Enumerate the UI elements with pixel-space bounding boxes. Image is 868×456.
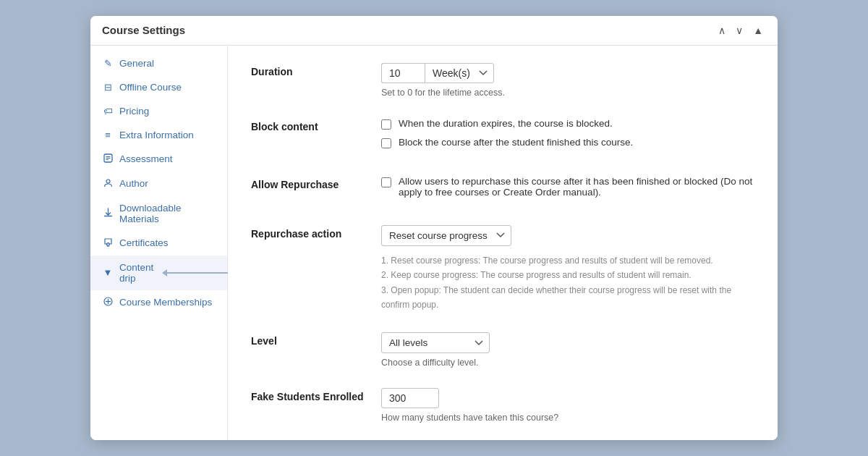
content-drip-arrow (162, 269, 232, 276)
block-content-label: Block content (251, 118, 381, 132)
block-content-option2-row: Block the course after the student finis… (381, 137, 754, 148)
duration-row: Duration Week(s) Day(s) Month(s) Set to … (251, 63, 754, 98)
sidebar-item-content-drip[interactable]: ▼ Content drip (90, 256, 227, 290)
level-label: Level (251, 332, 381, 347)
pricing-icon: 🏷 (102, 106, 114, 117)
duration-input-row: Week(s) Day(s) Month(s) (381, 63, 754, 83)
level-hint: Choose a difficulty level. (381, 358, 754, 368)
block-content-option1-label: When the duration expires, the course is… (399, 118, 613, 129)
sidebar-item-general[interactable]: ✎ General (90, 51, 227, 75)
downloadable-materials-icon (102, 208, 114, 219)
content-drip-icon: ▼ (102, 267, 114, 278)
course-settings-window: Course Settings ∧ ∨ ▲ ✎ General ⊟ Offlin… (90, 16, 778, 441)
repurchase-select-wrap: Reset course progress Keep course progre… (381, 225, 754, 246)
allow-repurchase-content: Allow users to repurchase this course af… (381, 176, 754, 205)
fake-students-content: How many students have taken this course… (381, 388, 754, 423)
sidebar-item-pricing[interactable]: 🏷 Pricing (90, 99, 227, 123)
certificates-icon (102, 237, 114, 249)
sidebar-label-content-drip: Content drip (119, 262, 153, 284)
repurchase-action-select[interactable]: Reset course progress Keep course progre… (381, 225, 511, 246)
sidebar-label-pricing: Pricing (119, 106, 149, 117)
sidebar-label-offline-course: Offline Course (119, 82, 182, 93)
sidebar: ✎ General ⊟ Offline Course 🏷 Pricing ≡ E… (90, 46, 228, 441)
sidebar-item-certificates[interactable]: Certificates (90, 231, 227, 256)
sidebar-item-course-memberships[interactable]: Course Memberships (90, 290, 227, 315)
duration-input[interactable] (381, 63, 425, 83)
sidebar-label-extra-information: Extra Information (119, 130, 194, 140)
allow-repurchase-option1-label: Allow users to repurchase this course af… (399, 176, 754, 198)
repurchase-action-row: Repurchase action Reset course progress … (251, 225, 754, 313)
duration-hint: Set to 0 for the lifetime access. (381, 88, 754, 98)
sidebar-item-offline-course[interactable]: ⊟ Offline Course (90, 75, 227, 99)
level-select[interactable]: All levels Beginner Intermediate Advance… (381, 332, 490, 353)
arrow-bar (167, 272, 232, 274)
window-controls: ∧ ∨ ▲ (715, 23, 766, 38)
window-title: Course Settings (102, 24, 185, 36)
offline-course-icon: ⊟ (102, 82, 114, 93)
block-content-checkbox1[interactable] (381, 119, 391, 130)
repurchase-notes: 1. Reset course progress: The course pro… (381, 253, 754, 313)
course-memberships-icon (102, 297, 114, 308)
fake-students-row: Fake Students Enrolled How many students… (251, 388, 754, 423)
sidebar-label-course-memberships: Course Memberships (119, 297, 212, 308)
close-button[interactable]: ▲ (750, 23, 766, 38)
sidebar-item-extra-information[interactable]: ≡ Extra Information (90, 123, 227, 147)
block-content-option2-label: Block the course after the student finis… (399, 137, 633, 148)
block-content-checkbox2[interactable] (381, 138, 391, 148)
allow-repurchase-checkbox[interactable] (381, 177, 391, 187)
fake-students-input[interactable] (381, 388, 439, 408)
content-drip-row: Content drip (119, 262, 232, 284)
sidebar-item-downloadable-materials[interactable]: Downloadable Materials (90, 196, 227, 231)
block-content-content: When the duration expires, the course is… (381, 118, 754, 156)
repurchase-action-label: Repurchase action (251, 225, 381, 240)
duration-content: Week(s) Day(s) Month(s) Set to 0 for the… (381, 63, 754, 98)
author-icon (102, 178, 114, 190)
repurchase-note3: 3. Open popup: The student can decide wh… (381, 283, 754, 313)
allow-repurchase-label: Allow Repurchase (251, 176, 381, 190)
level-row: Level All levels Beginner Intermediate A… (251, 332, 754, 368)
repurchase-note1: 1. Reset course progress: The course pro… (381, 253, 754, 268)
level-content: All levels Beginner Intermediate Advance… (381, 332, 754, 368)
fake-students-hint: How many students have taken this course… (381, 413, 754, 423)
block-content-option1-row: When the duration expires, the course is… (381, 118, 754, 130)
duration-unit-select[interactable]: Week(s) Day(s) Month(s) (425, 63, 494, 83)
allow-repurchase-option1-row: Allow users to repurchase this course af… (381, 176, 754, 198)
title-bar: Course Settings ∧ ∨ ▲ (90, 16, 778, 46)
general-icon: ✎ (102, 58, 114, 69)
scroll-up-button[interactable]: ∧ (715, 23, 728, 38)
svg-point-4 (106, 180, 110, 183)
scroll-down-button[interactable]: ∨ (733, 23, 746, 38)
sidebar-label-author: Author (119, 178, 148, 189)
extra-info-icon: ≡ (102, 130, 114, 140)
arrow-head (162, 269, 167, 276)
content-area: ✎ General ⊟ Offline Course 🏷 Pricing ≡ E… (90, 46, 778, 441)
sidebar-item-author[interactable]: Author (90, 172, 227, 196)
block-content-row: Block content When the duration expires,… (251, 118, 754, 156)
repurchase-note2: 2. Keep course progress: The course prog… (381, 268, 754, 282)
sidebar-label-assessment: Assessment (119, 153, 173, 164)
repurchase-action-content: Reset course progress Keep course progre… (381, 225, 754, 313)
assessment-icon (102, 153, 114, 165)
sidebar-label-general: General (119, 58, 154, 69)
main-panel: Duration Week(s) Day(s) Month(s) Set to … (228, 46, 778, 441)
sidebar-label-certificates: Certificates (119, 237, 169, 248)
sidebar-label-downloadable-materials: Downloadable Materials (119, 203, 216, 224)
fake-students-label: Fake Students Enrolled (251, 388, 381, 402)
duration-label: Duration (251, 63, 381, 77)
allow-repurchase-row: Allow Repurchase Allow users to repurcha… (251, 176, 754, 205)
sidebar-item-assessment[interactable]: Assessment (90, 147, 227, 172)
